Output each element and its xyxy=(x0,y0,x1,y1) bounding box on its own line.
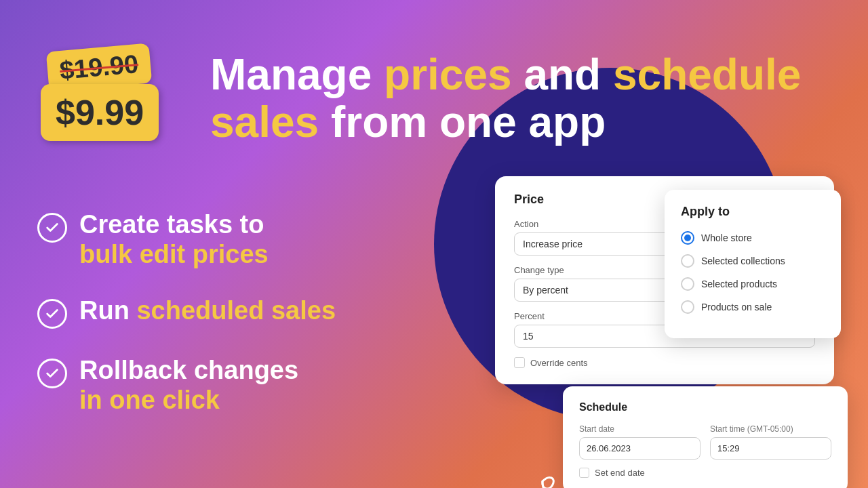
radio-label-whole-store: Whole store xyxy=(701,232,752,243)
radio-outer-selected-collections xyxy=(681,254,694,268)
radio-outer-whole-store xyxy=(681,231,694,245)
radio-selected-products[interactable]: Selected products xyxy=(681,277,825,291)
feature-text-1: Create tasks tobulk edit prices xyxy=(79,210,269,269)
feature-text-3: Rollback changesin one click xyxy=(79,356,298,415)
headline-line2: sales from one app xyxy=(210,98,801,146)
radio-label-selected-collections: Selected collections xyxy=(701,256,785,266)
new-price-value: $9.99 xyxy=(56,93,144,132)
start-time-label: Start time (GMT-05:00) xyxy=(710,424,831,434)
radio-label-selected-products: Selected products xyxy=(701,279,777,289)
feature-item-2: Run scheduled sales xyxy=(37,296,336,329)
background: $19.90 $9.99 Manage prices and schedule … xyxy=(0,0,868,488)
radio-outer-selected-products xyxy=(681,277,694,291)
feature-colored-1: bulk edit prices xyxy=(79,240,269,268)
feature-colored-3: in one click xyxy=(79,386,220,414)
headline-line1: Manage prices and schedule xyxy=(210,51,801,98)
start-date-field: Start date 26.06.2023 xyxy=(579,424,701,460)
headline: Manage prices and schedule sales from on… xyxy=(210,51,801,146)
new-price-tag: $9.99 xyxy=(41,84,159,141)
start-date-label: Start date xyxy=(579,424,701,434)
ui-cards-container: Price Action Increase price Change type … xyxy=(495,176,834,384)
feature-item-3: Rollback changesin one click xyxy=(37,356,336,415)
apply-to-card: Apply to Whole store Selected collection… xyxy=(665,190,841,338)
features-list: Create tasks tobulk edit prices Run sche… xyxy=(37,210,336,443)
radio-products-on-sale[interactable]: Products on sale xyxy=(681,300,825,314)
headline-highlight-sales: sales xyxy=(210,98,319,146)
feature-text-2: Run scheduled sales xyxy=(79,296,336,326)
headline-highlight-schedule: schedule xyxy=(613,50,801,99)
schedule-card: Schedule Start date 26.06.2023 Start tim… xyxy=(563,386,848,488)
radio-label-products-on-sale: Products on sale xyxy=(701,302,772,312)
check-circle-3 xyxy=(37,359,67,388)
start-time-input[interactable]: 15:29 xyxy=(710,437,831,460)
apply-to-title: Apply to xyxy=(681,205,825,219)
price-tags: $19.90 $9.99 xyxy=(41,47,159,138)
schedule-dates-row: Start date 26.06.2023 Start time (GMT-05… xyxy=(579,424,831,460)
check-circle-2 xyxy=(37,299,67,329)
feature-item-1: Create tasks tobulk edit prices xyxy=(37,210,336,269)
curved-arrow xyxy=(529,474,617,488)
schedule-title: Schedule xyxy=(579,401,831,413)
headline-highlight-prices: prices xyxy=(384,50,512,99)
feature-colored-2: scheduled sales xyxy=(136,296,336,325)
override-checkbox[interactable] xyxy=(514,357,525,368)
override-row: Override cents xyxy=(514,357,815,368)
start-date-input[interactable]: 26.06.2023 xyxy=(579,437,701,460)
radio-selected-collections[interactable]: Selected collections xyxy=(681,254,825,268)
radio-outer-products-on-sale xyxy=(681,300,694,314)
override-label: Override cents xyxy=(530,358,588,368)
radio-inner-whole-store xyxy=(684,235,691,241)
radio-whole-store[interactable]: Whole store xyxy=(681,231,825,245)
old-price-value: $19.90 xyxy=(58,49,139,85)
check-circle-1 xyxy=(37,213,67,243)
start-time-field: Start time (GMT-05:00) 15:29 xyxy=(710,424,831,460)
